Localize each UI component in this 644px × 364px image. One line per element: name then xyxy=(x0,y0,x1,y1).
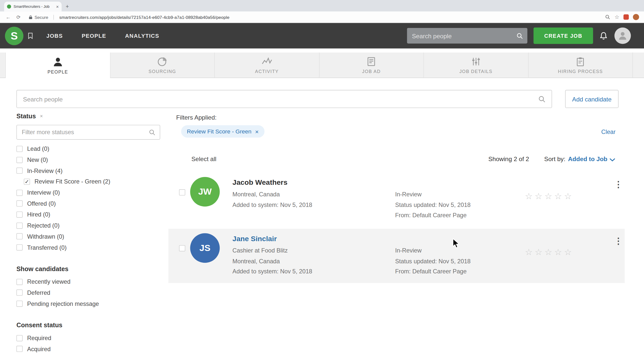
tab-close-icon[interactable]: × xyxy=(56,4,59,9)
notifications-bell-icon[interactable] xyxy=(599,31,609,41)
checkbox[interactable] xyxy=(16,279,22,285)
candidate-name[interactable]: Jacob Weathers xyxy=(232,178,287,187)
status-filter-withdrawn[interactable]: Withdrawn (0) xyxy=(16,231,160,242)
checkbox-checked[interactable] xyxy=(24,178,30,185)
add-candidate-button[interactable]: Add candidate xyxy=(565,90,619,108)
status-filter-new[interactable]: New (0) xyxy=(16,154,160,165)
refresh-button[interactable]: ⟳ xyxy=(16,14,20,20)
checkbox[interactable] xyxy=(16,190,22,196)
bookmark-star-icon[interactable]: ☆ xyxy=(615,14,619,20)
candidate-headline: Cashier at Food Blitz xyxy=(232,246,312,256)
candidate-status-updated: Status updated: Nov 5, 2018 xyxy=(395,200,471,210)
browser-tab[interactable]: SmartRecruiters - Job × xyxy=(4,2,61,12)
search-icon xyxy=(516,32,523,39)
people-search[interactable] xyxy=(16,90,552,108)
sort-value-dropdown[interactable]: Added to Job xyxy=(568,155,607,162)
status-filter-hired[interactable]: Hired (0) xyxy=(16,209,160,220)
secure-label: Secure xyxy=(34,15,48,20)
filter-consent-required[interactable]: Required xyxy=(16,333,160,344)
extension-icon[interactable] xyxy=(623,14,629,20)
kebab-menu-icon[interactable]: ⋮ xyxy=(614,236,623,246)
facet-search-input[interactable] xyxy=(17,129,149,135)
filter-label: Interview (0) xyxy=(27,189,60,196)
lock-icon xyxy=(29,15,32,20)
sliders-icon xyxy=(471,56,481,67)
checkbox[interactable] xyxy=(16,168,22,174)
checkbox[interactable] xyxy=(16,290,22,296)
tab-people[interactable]: PEOPLE xyxy=(5,53,110,78)
candidate-info: Montreal, Canada Added to system: Nov 5,… xyxy=(232,189,312,210)
smartrecruiters-logo[interactable]: S xyxy=(5,26,23,45)
status-filter-review-fit-score-green[interactable]: Review Fit Score - Green (2) xyxy=(24,176,160,187)
candidate-row-jane-sinclair[interactable]: JS Jane Sinclair Cashier at Food Blitz M… xyxy=(168,229,625,283)
candidate-checkbox[interactable] xyxy=(179,245,185,251)
bookmark-icon[interactable] xyxy=(27,32,34,40)
facet-search[interactable] xyxy=(16,125,160,140)
nav-item-analytics[interactable]: ANALYTICS xyxy=(125,33,159,39)
candidate-row-jacob-weathers[interactable]: JW Jacob Weathers Montreal, Canada Added… xyxy=(168,174,625,229)
back-button[interactable]: ← xyxy=(6,14,11,20)
checkbox[interactable] xyxy=(16,346,22,352)
filter-label: Lead (0) xyxy=(27,145,49,152)
filter-pending-rejection[interactable]: Pending rejection message xyxy=(16,298,160,309)
filter-label: Recently viewed xyxy=(27,278,70,285)
filter-chip-review-fit-score-green[interactable]: Review Fit Score - Green × xyxy=(181,125,264,138)
candidate-name-link[interactable]: Jane Sinclair xyxy=(232,235,277,243)
checkbox[interactable] xyxy=(16,301,22,307)
filter-consent-acquired[interactable]: Acquired xyxy=(16,344,160,355)
tab-hiring-process[interactable]: HIRING PROCESS xyxy=(528,53,633,78)
status-filter-interview[interactable]: Interview (0) xyxy=(16,187,160,198)
user-avatar[interactable] xyxy=(615,27,631,44)
url-bar[interactable]: Secure smartrecruiters.com/app/jobs/deta… xyxy=(29,15,229,20)
candidate-added-date: Added to system: Nov 5, 2018 xyxy=(232,200,312,210)
checkbox[interactable] xyxy=(16,146,22,152)
browser-toolbar: ← ⟳ Secure smartrecruiters.com/app/jobs/… xyxy=(0,12,644,23)
remove-filter-icon[interactable]: × xyxy=(255,128,259,135)
create-job-button[interactable]: CREATE JOB xyxy=(533,27,593,44)
candidate-added-date: Added to system: Nov 5, 2018 xyxy=(232,267,312,277)
tab-job-ad[interactable]: JOB AD xyxy=(319,53,424,78)
new-tab-button[interactable]: + xyxy=(66,3,69,9)
tab-sourcing[interactable]: SOURCING xyxy=(110,53,215,78)
checkbox[interactable] xyxy=(16,157,22,163)
status-filter-transferred[interactable]: Transferred (0) xyxy=(16,242,160,253)
zoom-icon[interactable] xyxy=(605,14,611,20)
global-search-input[interactable] xyxy=(407,32,516,39)
showing-count: Showing 2 of 2 xyxy=(488,155,529,162)
filter-deferred[interactable]: Deferred xyxy=(16,287,160,298)
candidate-source: From: Default Career Page xyxy=(395,210,471,221)
kebab-menu-icon[interactable]: ⋮ xyxy=(614,179,623,189)
checkbox[interactable] xyxy=(16,233,22,239)
candidate-avatar: JW xyxy=(190,177,220,206)
sort-by-label: Sort by: xyxy=(544,155,565,162)
filter-recently-viewed[interactable]: Recently viewed xyxy=(16,276,160,287)
rating-stars[interactable]: ☆☆☆☆☆ xyxy=(525,247,574,257)
remove-status-facet-icon[interactable]: × xyxy=(40,113,43,119)
filter-label: In-Review (4) xyxy=(27,167,63,174)
checkbox[interactable] xyxy=(16,201,22,207)
checkbox[interactable] xyxy=(16,244,22,250)
candidate-location: Montreal, Canada xyxy=(232,256,312,267)
checkbox[interactable] xyxy=(16,223,22,229)
status-filter-lead[interactable]: Lead (0) xyxy=(16,143,160,154)
nav-item-people[interactable]: PEOPLE xyxy=(82,33,106,39)
status-filter-offered[interactable]: Offered (0) xyxy=(16,198,160,209)
checkbox[interactable] xyxy=(16,335,22,341)
tab-job-details[interactable]: JOB DETAILS xyxy=(424,53,528,78)
people-search-input[interactable] xyxy=(17,95,538,102)
browser-profile-avatar[interactable] xyxy=(633,14,639,20)
candidate-source: From: Default Career Page xyxy=(395,267,471,277)
global-search[interactable] xyxy=(407,28,527,44)
show-candidates-title: Show candidates xyxy=(16,265,160,273)
checkbox[interactable] xyxy=(16,211,22,217)
filter-chip-label: Review Fit Score - Green xyxy=(187,128,251,135)
chevron-down-icon[interactable] xyxy=(610,158,615,162)
status-filter-rejected[interactable]: Rejected (0) xyxy=(16,220,160,231)
rating-stars[interactable]: ☆☆☆☆☆ xyxy=(525,191,574,201)
nav-item-jobs[interactable]: JOBS xyxy=(46,33,63,39)
status-filter-in-review[interactable]: In-Review (4) xyxy=(16,165,160,176)
candidate-status: In-Review xyxy=(395,246,471,256)
candidate-checkbox[interactable] xyxy=(179,189,185,195)
clear-filters-link[interactable]: Clear xyxy=(601,129,616,135)
tab-activity[interactable]: ACTIVITY xyxy=(215,53,319,78)
